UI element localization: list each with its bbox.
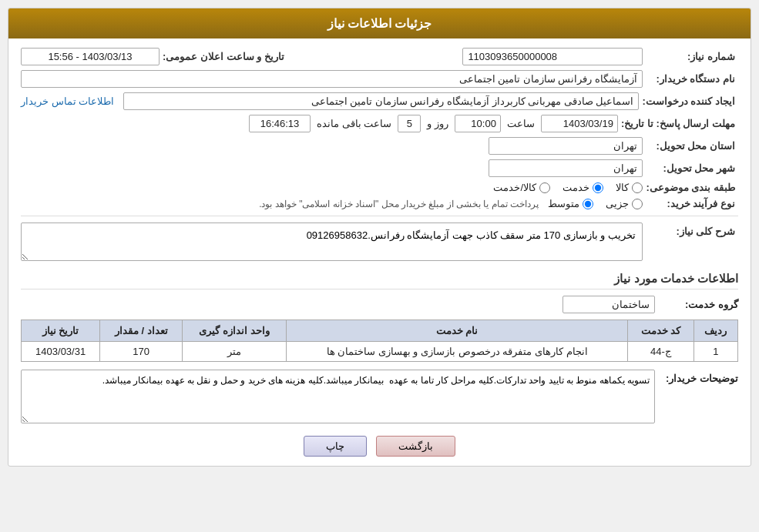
announce-date-field: 1403/03/13 - 15:56	[21, 48, 160, 65]
radio-khedmat[interactable]: خدمت	[563, 182, 603, 193]
requester-org-field: آزمایشگاه رفرانس سازمان تامین اجتماعی	[21, 70, 643, 88]
col-service-code: کد خدمت	[628, 320, 694, 342]
radio-kala[interactable]: کالا	[616, 182, 643, 193]
response-remaining-field: 16:46:13	[249, 115, 311, 132]
response-deadline-label: مهلت ارسال پاسخ: تا تاریخ:	[621, 118, 738, 129]
purchase-note: پرداخت تمام یا بخشی از مبلغ خریدار محل "…	[259, 199, 539, 209]
province-label: استان محل تحویل:	[646, 140, 738, 152]
radio-motavaset-input[interactable]	[583, 199, 593, 209]
cell-row-num: 1	[694, 342, 737, 362]
radio-khedmat-input[interactable]	[593, 182, 603, 193]
print-button[interactable]: چاپ	[304, 436, 367, 457]
city-label: شهر محل تحویل:	[646, 162, 738, 174]
radio-khedmat-label: خدمت	[563, 182, 589, 193]
requester-org-label: نام دستگاه خریدار:	[646, 73, 738, 85]
province-field: تهران	[489, 137, 643, 155]
category-label: طبقه بندی موضوعی:	[646, 182, 738, 193]
response-time-field: 10:00	[455, 115, 501, 132]
response-date-field: 1403/03/19	[541, 115, 618, 132]
response-time-label: ساعت	[507, 118, 535, 129]
purchase-type-label: نوع فرآیند خرید:	[646, 198, 738, 209]
need-number-field: 1103093650000008	[462, 48, 643, 65]
cell-date: 1403/03/31	[22, 342, 100, 362]
description-label: شرح کلی نیاز:	[646, 223, 738, 237]
response-days-field: 5	[398, 115, 421, 132]
service-group-label: گروه خدمت:	[661, 299, 738, 310]
radio-both-label: کالا/خدمت	[493, 182, 536, 193]
radio-motavaset[interactable]: متوسط	[548, 198, 593, 209]
radio-jozii-label: جزیی	[606, 198, 629, 209]
radio-kala-input[interactable]	[632, 182, 643, 193]
radio-jozii-input[interactable]	[632, 199, 643, 209]
radio-both-input[interactable]	[539, 182, 550, 193]
action-buttons: بازگشت چاپ	[21, 436, 738, 457]
col-date: تاریخ نیاز	[22, 320, 100, 342]
radio-motavaset-label: متوسط	[548, 198, 579, 209]
cell-service-code: ج-44	[628, 342, 694, 362]
creator-label: ایجاد کننده درخواست:	[642, 95, 738, 107]
category-radio-group: کالا خدمت کالا/خدمت	[493, 182, 643, 193]
response-remaining-label: ساعت باقی مانده	[317, 118, 391, 129]
cell-service-name: انجام کارهای متفرقه درخصوص بازسازی و بهس…	[286, 342, 627, 362]
services-table: ردیف کد خدمت نام خدمت واحد اندازه گیری ت…	[21, 320, 738, 362]
description-textarea[interactable]	[21, 223, 643, 261]
radio-both[interactable]: کالا/خدمت	[493, 182, 550, 193]
col-row-num: ردیف	[694, 320, 737, 342]
announce-date-label: تاریخ و ساعت اعلان عمومی:	[163, 51, 287, 62]
contact-info-link[interactable]: اطلاعات تماس خریدار	[21, 95, 114, 107]
radio-kala-label: کالا	[616, 182, 629, 193]
col-unit: واحد اندازه گیری	[183, 320, 287, 342]
col-quantity: تعداد / مقدار	[100, 320, 183, 342]
services-section-title: اطلاعات خدمات مورد نیاز	[21, 272, 738, 289]
service-group-field: ساختمان	[563, 296, 655, 313]
creator-field: اسماعیل صادقی مهربانی کاربرداز آزمایشگاه…	[123, 92, 639, 110]
cell-unit: متر	[183, 342, 287, 362]
notes-label: توضیحات خریدار:	[661, 370, 738, 384]
city-field: تهران	[489, 159, 643, 177]
radio-jozii[interactable]: جزیی	[606, 198, 643, 209]
back-button[interactable]: بازگشت	[376, 436, 455, 457]
need-number-label: شماره نیاز:	[646, 51, 738, 62]
cell-quantity: 170	[100, 342, 183, 362]
col-service-name: نام خدمت	[286, 320, 627, 342]
page-header: جزئیات اطلاعات نیاز	[8, 8, 751, 38]
response-days-label: روز و	[427, 118, 448, 129]
table-row: 1 ج-44 انجام کارهای متفرقه درخصوص بازساز…	[22, 342, 738, 362]
purchase-type-radio-group: جزیی متوسط	[548, 198, 643, 209]
notes-textarea[interactable]	[21, 370, 655, 423]
